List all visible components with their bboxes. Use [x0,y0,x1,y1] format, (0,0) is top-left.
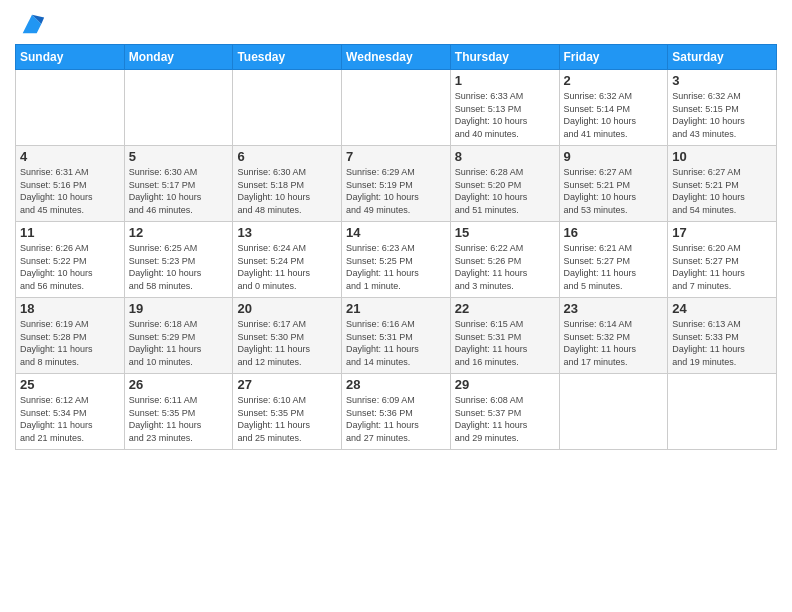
day-number: 3 [672,73,772,88]
day-info: Sunrise: 6:16 AM Sunset: 5:31 PM Dayligh… [346,318,446,368]
calendar-cell: 20Sunrise: 6:17 AM Sunset: 5:30 PM Dayli… [233,298,342,374]
day-header-monday: Monday [124,45,233,70]
calendar-cell: 1Sunrise: 6:33 AM Sunset: 5:13 PM Daylig… [450,70,559,146]
day-number: 6 [237,149,337,164]
day-number: 25 [20,377,120,392]
calendar-cell: 26Sunrise: 6:11 AM Sunset: 5:35 PM Dayli… [124,374,233,450]
day-number: 27 [237,377,337,392]
day-number: 9 [564,149,664,164]
day-number: 13 [237,225,337,240]
calendar-cell: 19Sunrise: 6:18 AM Sunset: 5:29 PM Dayli… [124,298,233,374]
calendar-header-row: SundayMondayTuesdayWednesdayThursdayFrid… [16,45,777,70]
calendar-cell: 18Sunrise: 6:19 AM Sunset: 5:28 PM Dayli… [16,298,125,374]
day-number: 11 [20,225,120,240]
day-number: 7 [346,149,446,164]
day-info: Sunrise: 6:08 AM Sunset: 5:37 PM Dayligh… [455,394,555,444]
logo-icon [18,10,46,38]
calendar-cell: 13Sunrise: 6:24 AM Sunset: 5:24 PM Dayli… [233,222,342,298]
day-number: 1 [455,73,555,88]
day-info: Sunrise: 6:27 AM Sunset: 5:21 PM Dayligh… [672,166,772,216]
week-row-3: 18Sunrise: 6:19 AM Sunset: 5:28 PM Dayli… [16,298,777,374]
calendar-cell: 21Sunrise: 6:16 AM Sunset: 5:31 PM Dayli… [342,298,451,374]
calendar-cell: 23Sunrise: 6:14 AM Sunset: 5:32 PM Dayli… [559,298,668,374]
day-number: 15 [455,225,555,240]
calendar-cell: 15Sunrise: 6:22 AM Sunset: 5:26 PM Dayli… [450,222,559,298]
day-info: Sunrise: 6:26 AM Sunset: 5:22 PM Dayligh… [20,242,120,292]
day-info: Sunrise: 6:12 AM Sunset: 5:34 PM Dayligh… [20,394,120,444]
day-number: 28 [346,377,446,392]
day-number: 14 [346,225,446,240]
calendar-cell [124,70,233,146]
day-number: 18 [20,301,120,316]
day-info: Sunrise: 6:19 AM Sunset: 5:28 PM Dayligh… [20,318,120,368]
day-info: Sunrise: 6:10 AM Sunset: 5:35 PM Dayligh… [237,394,337,444]
day-number: 24 [672,301,772,316]
calendar-cell [668,374,777,450]
day-header-sunday: Sunday [16,45,125,70]
day-info: Sunrise: 6:31 AM Sunset: 5:16 PM Dayligh… [20,166,120,216]
calendar-cell: 22Sunrise: 6:15 AM Sunset: 5:31 PM Dayli… [450,298,559,374]
day-header-wednesday: Wednesday [342,45,451,70]
day-header-friday: Friday [559,45,668,70]
day-number: 21 [346,301,446,316]
calendar-page: SundayMondayTuesdayWednesdayThursdayFrid… [0,0,792,612]
day-number: 10 [672,149,772,164]
day-info: Sunrise: 6:33 AM Sunset: 5:13 PM Dayligh… [455,90,555,140]
calendar-cell: 5Sunrise: 6:30 AM Sunset: 5:17 PM Daylig… [124,146,233,222]
calendar-cell: 6Sunrise: 6:30 AM Sunset: 5:18 PM Daylig… [233,146,342,222]
calendar-cell: 28Sunrise: 6:09 AM Sunset: 5:36 PM Dayli… [342,374,451,450]
calendar-cell: 4Sunrise: 6:31 AM Sunset: 5:16 PM Daylig… [16,146,125,222]
calendar-cell [16,70,125,146]
calendar-cell: 25Sunrise: 6:12 AM Sunset: 5:34 PM Dayli… [16,374,125,450]
day-number: 12 [129,225,229,240]
calendar-cell: 29Sunrise: 6:08 AM Sunset: 5:37 PM Dayli… [450,374,559,450]
day-info: Sunrise: 6:25 AM Sunset: 5:23 PM Dayligh… [129,242,229,292]
day-info: Sunrise: 6:30 AM Sunset: 5:17 PM Dayligh… [129,166,229,216]
header [15,10,777,38]
calendar-cell: 14Sunrise: 6:23 AM Sunset: 5:25 PM Dayli… [342,222,451,298]
day-header-saturday: Saturday [668,45,777,70]
logo [15,14,46,38]
calendar-cell: 3Sunrise: 6:32 AM Sunset: 5:15 PM Daylig… [668,70,777,146]
day-info: Sunrise: 6:27 AM Sunset: 5:21 PM Dayligh… [564,166,664,216]
calendar-cell: 17Sunrise: 6:20 AM Sunset: 5:27 PM Dayli… [668,222,777,298]
day-info: Sunrise: 6:13 AM Sunset: 5:33 PM Dayligh… [672,318,772,368]
day-number: 8 [455,149,555,164]
day-number: 4 [20,149,120,164]
day-header-thursday: Thursday [450,45,559,70]
day-info: Sunrise: 6:22 AM Sunset: 5:26 PM Dayligh… [455,242,555,292]
day-number: 19 [129,301,229,316]
day-info: Sunrise: 6:30 AM Sunset: 5:18 PM Dayligh… [237,166,337,216]
week-row-0: 1Sunrise: 6:33 AM Sunset: 5:13 PM Daylig… [16,70,777,146]
calendar-cell: 7Sunrise: 6:29 AM Sunset: 5:19 PM Daylig… [342,146,451,222]
day-info: Sunrise: 6:32 AM Sunset: 5:15 PM Dayligh… [672,90,772,140]
calendar-cell: 11Sunrise: 6:26 AM Sunset: 5:22 PM Dayli… [16,222,125,298]
day-number: 26 [129,377,229,392]
day-info: Sunrise: 6:21 AM Sunset: 5:27 PM Dayligh… [564,242,664,292]
calendar-cell: 9Sunrise: 6:27 AM Sunset: 5:21 PM Daylig… [559,146,668,222]
day-info: Sunrise: 6:14 AM Sunset: 5:32 PM Dayligh… [564,318,664,368]
calendar-cell: 10Sunrise: 6:27 AM Sunset: 5:21 PM Dayli… [668,146,777,222]
day-number: 20 [237,301,337,316]
day-number: 23 [564,301,664,316]
day-number: 16 [564,225,664,240]
calendar-cell: 2Sunrise: 6:32 AM Sunset: 5:14 PM Daylig… [559,70,668,146]
day-info: Sunrise: 6:24 AM Sunset: 5:24 PM Dayligh… [237,242,337,292]
week-row-2: 11Sunrise: 6:26 AM Sunset: 5:22 PM Dayli… [16,222,777,298]
day-info: Sunrise: 6:15 AM Sunset: 5:31 PM Dayligh… [455,318,555,368]
calendar-table: SundayMondayTuesdayWednesdayThursdayFrid… [15,44,777,450]
day-info: Sunrise: 6:32 AM Sunset: 5:14 PM Dayligh… [564,90,664,140]
day-info: Sunrise: 6:28 AM Sunset: 5:20 PM Dayligh… [455,166,555,216]
week-row-1: 4Sunrise: 6:31 AM Sunset: 5:16 PM Daylig… [16,146,777,222]
calendar-cell: 24Sunrise: 6:13 AM Sunset: 5:33 PM Dayli… [668,298,777,374]
day-number: 2 [564,73,664,88]
day-info: Sunrise: 6:20 AM Sunset: 5:27 PM Dayligh… [672,242,772,292]
day-info: Sunrise: 6:29 AM Sunset: 5:19 PM Dayligh… [346,166,446,216]
calendar-cell [233,70,342,146]
calendar-cell: 16Sunrise: 6:21 AM Sunset: 5:27 PM Dayli… [559,222,668,298]
day-info: Sunrise: 6:23 AM Sunset: 5:25 PM Dayligh… [346,242,446,292]
day-info: Sunrise: 6:18 AM Sunset: 5:29 PM Dayligh… [129,318,229,368]
day-number: 17 [672,225,772,240]
calendar-cell [559,374,668,450]
day-number: 22 [455,301,555,316]
